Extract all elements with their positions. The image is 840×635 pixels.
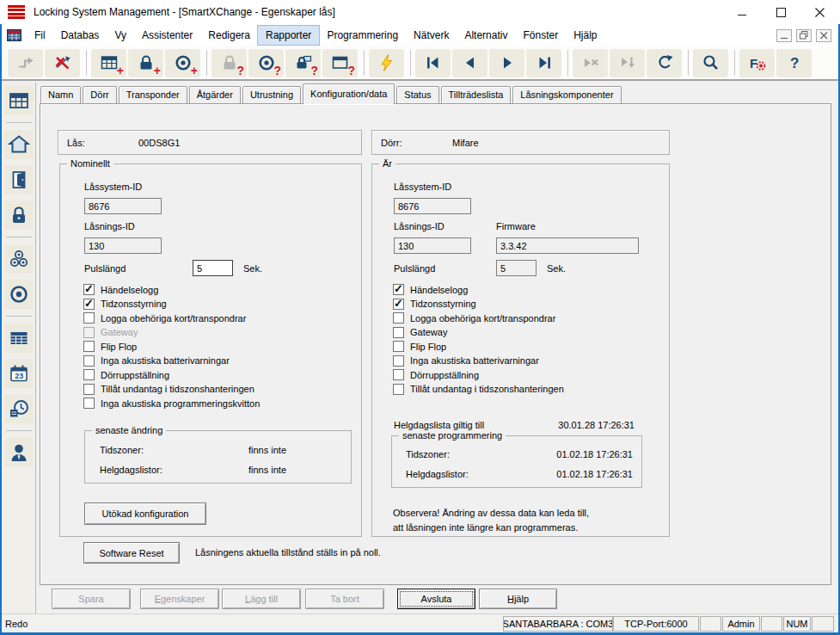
checkbox-box[interactable]: [83, 312, 95, 324]
checkbox-box[interactable]: [83, 369, 95, 380]
tab-dorr[interactable]: Dörr: [83, 86, 116, 103]
refresh-button[interactable]: [647, 49, 682, 77]
nominal-checkbox-logga-obehoriga[interactable]: Logga obehöriga kort/transpondrar: [83, 312, 260, 324]
remove-button[interactable]: Ta bort: [305, 589, 384, 609]
checkbox-box[interactable]: [393, 284, 404, 295]
save-button[interactable]: Spara: [52, 589, 131, 609]
sidebar-transponder-button[interactable]: [4, 280, 34, 309]
sidebar-door-button[interactable]: [4, 165, 34, 194]
nominal-checkbox-tillat-undantag[interactable]: Tillåt undantag i tidszonshanteringen: [83, 384, 260, 395]
mdi-close-button[interactable]: [816, 29, 831, 42]
actual-checkbox-logga-obehoriga[interactable]: Logga obehöriga kort/transpondrar: [393, 312, 564, 324]
nominal-checkbox-inga-programmeringskvitton[interactable]: Inga akustiska programmeringskvitton: [83, 398, 260, 409]
disconnect-button[interactable]: [45, 49, 80, 77]
checkbox-box[interactable]: [83, 299, 95, 310]
nominal-system-id-input[interactable]: [84, 198, 162, 214]
search-button[interactable]: [693, 49, 728, 77]
menu-natverk[interactable]: Nätverk: [406, 26, 457, 45]
menu-alternativ[interactable]: Alternativ: [457, 26, 515, 45]
nominal-pulse-input[interactable]: [193, 260, 233, 276]
nominal-checkbox-dorruppstallning[interactable]: Dörruppställning: [83, 369, 260, 380]
checkbox-box[interactable]: [393, 384, 404, 395]
add-matrix-button[interactable]: [91, 49, 126, 77]
add-lock-button[interactable]: [128, 49, 163, 77]
previous-record-button[interactable]: [452, 49, 487, 77]
checkbox-box[interactable]: [83, 398, 95, 409]
read-transponder-button[interactable]: [248, 49, 284, 77]
nominal-checkbox-inga-batterivarningar[interactable]: Inga akustiska batterivarningar: [83, 355, 260, 367]
checkbox-box[interactable]: [83, 284, 95, 295]
filter-settings-button[interactable]: F: [739, 49, 775, 77]
sidebar-list-button[interactable]: [4, 324, 34, 353]
mdi-minimize-button[interactable]: [776, 29, 792, 42]
menu-fonster[interactable]: Fönster: [515, 26, 566, 45]
send-button[interactable]: [8, 49, 43, 77]
first-record-button[interactable]: [415, 49, 451, 77]
checkbox-box[interactable]: [393, 369, 404, 380]
checkbox-box[interactable]: [393, 312, 404, 324]
cancel-button[interactable]: [573, 49, 608, 77]
execute-button[interactable]: [610, 49, 645, 77]
checkbox-box[interactable]: [83, 355, 95, 367]
sidebar-calendar-button[interactable]: 23: [4, 359, 34, 388]
program-button[interactable]: [369, 49, 404, 77]
nominal-lock-id-input[interactable]: [84, 237, 162, 254]
extended-config-button[interactable]: Utökad konfiguration: [84, 502, 206, 525]
minimize-button[interactable]: [723, 0, 762, 24]
menu-vy[interactable]: Vy: [107, 26, 134, 45]
actual-checkbox-inga-batterivarningar[interactable]: Inga akustiska batterivarningar: [393, 355, 564, 367]
checkbox-box[interactable]: [393, 355, 404, 367]
menu-redigera[interactable]: Redigera: [200, 26, 258, 45]
tab-namn[interactable]: Namn: [40, 86, 81, 103]
actual-checkbox-gateway[interactable]: Gateway: [393, 327, 564, 338]
checkbox-box[interactable]: [393, 299, 404, 310]
help-button[interactable]: ?: [776, 49, 812, 77]
read-lock-button[interactable]: [212, 49, 247, 77]
tab-status[interactable]: Status: [396, 86, 438, 103]
tab-utrustning[interactable]: Utrustning: [242, 86, 301, 103]
menu-assistenter[interactable]: Assistenter: [134, 26, 200, 45]
nominal-checkbox-handelselogg[interactable]: Händelselogg: [83, 284, 260, 295]
exit-button[interactable]: Avsluta: [397, 589, 475, 609]
nominal-checkbox-flip-flop[interactable]: Flip Flop: [83, 341, 260, 352]
actual-system-id-input[interactable]: [394, 198, 471, 214]
close-button[interactable]: [800, 0, 839, 24]
checkbox-box[interactable]: [393, 341, 404, 352]
sidebar-transponder-group-button[interactable]: [4, 244, 34, 274]
sidebar-user-button[interactable]: [4, 438, 34, 467]
sidebar-home-button[interactable]: [4, 130, 34, 159]
menu-hjalp[interactable]: Hjälp: [566, 26, 604, 45]
help-footer-button[interactable]: H̲jälp: [479, 589, 557, 609]
sidebar-time-plan-button[interactable]: [4, 394, 34, 423]
actual-lock-id-input[interactable]: [394, 237, 471, 254]
actual-checkbox-handelselogg[interactable]: Händelselogg: [393, 284, 564, 295]
checkbox-box[interactable]: [83, 384, 95, 395]
maximize-button[interactable]: [762, 0, 800, 24]
last-record-button[interactable]: [526, 49, 561, 77]
checkbox-box[interactable]: [393, 327, 404, 338]
actual-pulse-input[interactable]: [496, 260, 536, 276]
read-network-button[interactable]: [322, 49, 358, 77]
actual-checkbox-tidzonsstyrning[interactable]: Tidzonsstyrning: [393, 299, 564, 310]
software-reset-button[interactable]: Software Reset: [83, 542, 180, 564]
tab-konfiguration-data[interactable]: Konfiguration/data: [303, 83, 395, 104]
actual-checkbox-tillat-undantag[interactable]: Tillåt undantag i tidszonshanteringen: [393, 384, 564, 395]
menu-fil[interactable]: Fil: [27, 26, 53, 45]
tab-lasningskomponenter[interactable]: Låsningskomponenter: [512, 86, 621, 103]
mdi-restore-button[interactable]: [796, 29, 812, 42]
menu-rapporter[interactable]: Rapporter: [258, 26, 319, 45]
read-card-lock-button[interactable]: [285, 49, 321, 77]
add-transponder-button[interactable]: [165, 49, 200, 77]
menu-databas[interactable]: Databas: [53, 26, 107, 45]
nominal-checkbox-tidzonsstyrning[interactable]: Tidzonsstyrning: [83, 299, 260, 310]
sidebar-matrix-button[interactable]: [4, 86, 34, 115]
properties-button[interactable]: E̲genskaper: [140, 589, 219, 609]
add-button[interactable]: L̲ägg till: [222, 589, 301, 609]
firmware-input[interactable]: [496, 237, 639, 254]
sidebar-lock-button[interactable]: [4, 200, 34, 230]
checkbox-box[interactable]: [83, 341, 95, 352]
actual-checkbox-flip-flop[interactable]: Flip Flop: [393, 341, 564, 352]
next-record-button[interactable]: [489, 49, 524, 77]
tab-tilltradeslista[interactable]: Tillträdeslista: [441, 86, 512, 103]
menu-programmering[interactable]: Programmering: [319, 26, 406, 45]
